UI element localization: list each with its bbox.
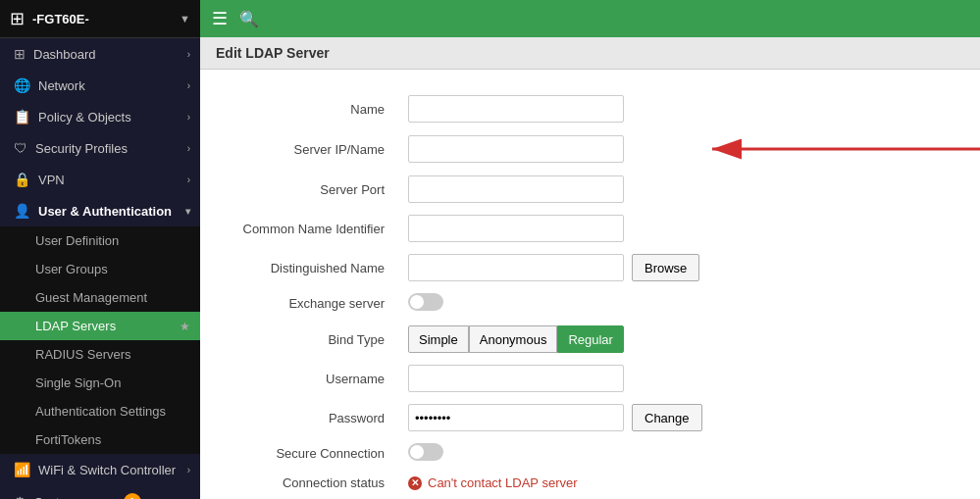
sidebar-item-label: System bbox=[34, 495, 77, 500]
chevron-icon: › bbox=[187, 49, 190, 60]
name-label: Name bbox=[224, 89, 400, 128]
server-port-label: Server Port bbox=[224, 170, 400, 209]
chevron-icon: › bbox=[187, 112, 190, 123]
sidebar-sub-menu: User Definition User Groups Guest Manage… bbox=[0, 226, 200, 454]
secure-connection-label: Secure Connection bbox=[224, 437, 400, 470]
sidebar-item-label: WiFi & Switch Controller bbox=[38, 463, 176, 477]
form-row-server-port: Server Port 389 bbox=[224, 170, 956, 209]
bind-simple-button[interactable]: Simple bbox=[408, 325, 469, 353]
chevron-icon: › bbox=[187, 143, 190, 154]
cn-label: Common Name Identifier bbox=[224, 209, 400, 248]
wifi-icon: 📶 bbox=[14, 462, 30, 477]
sidebar-item-label: Security Profiles bbox=[35, 141, 128, 156]
form-row-name: Name bbox=[224, 89, 956, 128]
cn-input[interactable]: sAMAccountName bbox=[408, 215, 624, 242]
content-area: Name Server IP/Name 10.55.35.4 bbox=[200, 70, 980, 499]
sidebar-item-system[interactable]: ⚙ System 1 › bbox=[0, 485, 200, 499]
bind-type-label: Bind Type bbox=[224, 320, 400, 359]
sidebar-item-label: Dashboard bbox=[33, 47, 96, 62]
password-row: Change bbox=[408, 404, 949, 431]
sidebar-sub-label: LDAP Servers bbox=[35, 319, 116, 333]
bind-regular-button[interactable]: Regular bbox=[557, 325, 624, 353]
change-password-button[interactable]: Change bbox=[632, 404, 702, 431]
dn-input[interactable]: . bbox=[408, 254, 624, 281]
page-title-bar: Edit LDAP Server bbox=[200, 37, 980, 70]
sidebar-item-label: Network bbox=[38, 78, 85, 93]
connection-status-text: Can't contact LDAP server bbox=[428, 475, 578, 490]
sidebar-item-guest-management[interactable]: Guest Management bbox=[0, 283, 200, 312]
arrow-server-ip bbox=[702, 134, 899, 164]
sidebar-sub-label: FortiTokens bbox=[35, 432, 101, 447]
ldap-form: Name Server IP/Name 10.55.35.4 bbox=[224, 89, 956, 499]
sidebar-sub-label: Authentication Settings bbox=[35, 404, 166, 419]
form-row-connection-status: Connection status ✕ Can't contact LDAP s… bbox=[224, 470, 956, 496]
sidebar-item-user-auth[interactable]: 👤 User & Authentication ▾ bbox=[0, 195, 200, 226]
secure-toggle[interactable] bbox=[408, 443, 443, 461]
username-input[interactable] bbox=[408, 365, 624, 392]
sidebar-item-user-groups[interactable]: User Groups bbox=[0, 255, 200, 283]
username-label: Username bbox=[224, 359, 400, 398]
sidebar-item-ldap-servers[interactable]: LDAP Servers ★ bbox=[0, 312, 200, 340]
sidebar-item-fortitokens[interactable]: FortiTokens bbox=[0, 425, 200, 454]
main-area: ☰ 🔍 Edit LDAP Server Name Server IP/Name… bbox=[200, 0, 980, 499]
sidebar-item-auth-settings[interactable]: Authentication Settings bbox=[0, 397, 200, 425]
security-profiles-icon: 🛡 bbox=[14, 140, 27, 156]
server-ip-label: Server IP/Name bbox=[224, 128, 400, 170]
sidebar-sub-label: RADIUS Servers bbox=[35, 347, 131, 362]
form-row-server-ip: Server IP/Name 10.55.35.4 bbox=[224, 128, 956, 170]
sidebar-device-title: -FGT60E- bbox=[32, 12, 89, 26]
exchange-toggle[interactable] bbox=[408, 293, 443, 311]
sidebar-header[interactable]: ⊞ -FGT60E- ▼ bbox=[0, 0, 200, 38]
sidebar: ⊞ -FGT60E- ▼ ⊞ Dashboard › 🌐 Network › 📋… bbox=[0, 0, 200, 499]
bind-anonymous-button[interactable]: Anonymous bbox=[469, 325, 558, 353]
exchange-server-label: Exchange server bbox=[224, 287, 400, 320]
sidebar-item-user-definition[interactable]: User Definition bbox=[0, 226, 200, 255]
sidebar-sub-label: User Groups bbox=[35, 262, 108, 276]
form-row-password: Password Change bbox=[224, 398, 956, 437]
chevron-icon: › bbox=[187, 465, 190, 475]
sidebar-item-vpn[interactable]: 🔒 VPN › bbox=[0, 164, 200, 195]
sidebar-item-label: User & Authentication bbox=[38, 204, 172, 219]
sidebar-sub-label: User Definition bbox=[35, 233, 119, 248]
form-row-secure: Secure Connection bbox=[224, 437, 956, 470]
hamburger-icon[interactable]: ☰ bbox=[212, 8, 228, 29]
sidebar-sub-label: Single Sign-On bbox=[35, 375, 121, 390]
sidebar-item-policy[interactable]: 📋 Policy & Objects › bbox=[0, 101, 200, 132]
password-label: Password bbox=[224, 398, 400, 437]
page-title: Edit LDAP Server bbox=[216, 45, 330, 61]
chevron-icon: › bbox=[187, 80, 190, 91]
sidebar-item-dashboard[interactable]: ⊞ Dashboard › bbox=[0, 38, 200, 70]
chevron-icon: › bbox=[187, 175, 190, 185]
sidebar-logo: ⊞ bbox=[10, 8, 25, 29]
star-icon: ★ bbox=[180, 320, 190, 333]
connection-status: ✕ Can't contact LDAP server bbox=[408, 475, 949, 490]
sidebar-item-label: Policy & Objects bbox=[38, 110, 131, 125]
policy-icon: 📋 bbox=[14, 109, 30, 125]
password-input[interactable] bbox=[408, 404, 624, 431]
form-row-bind-type: Bind Type Simple Anonymous Regular bbox=[224, 320, 956, 359]
sidebar-item-security-profiles[interactable]: 🛡 Security Profiles › bbox=[0, 132, 200, 164]
dashboard-icon: ⊞ bbox=[14, 46, 26, 62]
system-badge: 1 bbox=[124, 493, 141, 499]
vpn-icon: 🔒 bbox=[14, 172, 30, 187]
form-row-exchange: Exchange server bbox=[224, 287, 956, 320]
sidebar-item-label: VPN bbox=[38, 173, 65, 187]
sidebar-sub-label: Guest Management bbox=[35, 290, 147, 305]
sidebar-item-network[interactable]: 🌐 Network › bbox=[0, 70, 200, 101]
bind-type-group: Simple Anonymous Regular bbox=[408, 325, 949, 353]
server-ip-input[interactable]: 10.55.35.4 bbox=[408, 135, 624, 163]
form-row-cn: Common Name Identifier sAMAccountName bbox=[224, 209, 956, 248]
connection-status-label: Connection status bbox=[224, 470, 400, 496]
dn-row: . Browse bbox=[408, 254, 949, 281]
system-icon: ⚙ bbox=[14, 494, 26, 499]
search-icon[interactable]: 🔍 bbox=[239, 10, 259, 28]
server-port-input[interactable]: 389 bbox=[408, 175, 624, 203]
sidebar-item-wifi[interactable]: 📶 WiFi & Switch Controller › bbox=[0, 454, 200, 485]
sidebar-header-chevron: ▼ bbox=[180, 13, 190, 25]
sidebar-item-single-sign-on[interactable]: Single Sign-On bbox=[0, 369, 200, 397]
name-input[interactable] bbox=[408, 95, 624, 123]
network-icon: 🌐 bbox=[14, 77, 30, 93]
browse-button[interactable]: Browse bbox=[632, 254, 699, 281]
sidebar-item-radius-servers[interactable]: RADIUS Servers bbox=[0, 340, 200, 369]
user-auth-icon: 👤 bbox=[14, 203, 30, 219]
